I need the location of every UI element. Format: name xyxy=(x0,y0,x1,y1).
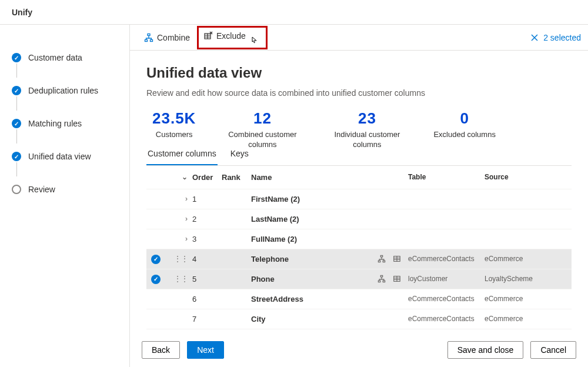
selected-count-label: 2 selected xyxy=(543,33,581,42)
row-checkbox[interactable] xyxy=(151,255,161,264)
table-row[interactable]: ›2LastName (2) xyxy=(146,209,572,229)
hierarchy-icon[interactable] xyxy=(377,255,386,263)
svg-rect-0 xyxy=(148,34,150,35)
nav-review[interactable]: Review xyxy=(12,180,129,199)
cell-order: 7 xyxy=(192,315,222,323)
page-title: Unified data view xyxy=(146,65,572,81)
chevron-right-icon[interactable]: › xyxy=(185,215,188,223)
check-icon xyxy=(12,86,21,95)
svg-rect-10 xyxy=(383,281,385,282)
table-row[interactable]: ⋮⋮5Phone loyCustomerLoyaltyScheme xyxy=(146,269,572,289)
table-icon[interactable] xyxy=(393,255,401,263)
content-area: Combine Exclude 2 selected xyxy=(129,25,588,367)
nav-connector-line xyxy=(16,96,17,111)
svg-rect-4 xyxy=(380,256,383,258)
cell-table: eCommerceContacts xyxy=(408,295,485,303)
cell-name: FirstName (2) xyxy=(251,195,367,203)
svg-rect-5 xyxy=(378,261,380,262)
back-button[interactable]: Back xyxy=(142,341,180,359)
cell-source: eCommerce xyxy=(485,315,543,323)
nav-item-label: Review xyxy=(28,185,55,194)
cell-order: 6 xyxy=(192,295,222,303)
stat-label: Customers xyxy=(152,130,196,140)
nav-deduplication-rules[interactable]: Deduplication rules xyxy=(12,81,129,100)
stat-label: Excluded columns xyxy=(433,130,496,140)
cell-name: StreetAddress xyxy=(251,295,367,303)
cell-name: City xyxy=(251,315,367,323)
clear-selection-button[interactable]: 2 selected xyxy=(530,33,581,42)
drag-handle-icon[interactable]: ⋮⋮ xyxy=(173,277,188,281)
exclude-icon xyxy=(203,31,213,41)
combine-label: Combine xyxy=(157,33,190,42)
cell-table: eCommerceContacts xyxy=(408,315,485,323)
table-row[interactable]: 6StreetAddresseCommerceContactseCommerce xyxy=(146,289,572,309)
cell-table: eCommerceContacts xyxy=(408,255,485,263)
chevron-right-icon[interactable]: › xyxy=(185,235,188,243)
combine-button[interactable]: Combine xyxy=(137,28,197,47)
svg-rect-6 xyxy=(383,261,385,262)
table-row[interactable]: ›3FullName (2) xyxy=(146,229,572,249)
stat-label: Individual customer columns xyxy=(329,130,405,150)
wizard-sidebar: Customer data Deduplication rules Matchi… xyxy=(0,25,129,367)
tab-keys[interactable]: Keys xyxy=(229,143,250,165)
exclude-button[interactable]: Exclude xyxy=(197,26,268,49)
check-icon xyxy=(12,53,21,62)
table-row[interactable]: ›1FirstName (2) xyxy=(146,189,572,209)
cell-name: LastName (2) xyxy=(251,215,367,223)
cell-table: loyCustomer xyxy=(408,275,485,283)
chevron-down-icon[interactable]: ⌄ xyxy=(182,173,188,181)
cell-name: Telephone xyxy=(251,255,367,263)
svg-rect-1 xyxy=(145,39,148,41)
cell-order: 4 xyxy=(192,255,222,263)
next-button[interactable]: Next xyxy=(187,341,224,359)
column-header-source[interactable]: Source xyxy=(485,173,543,181)
chevron-right-icon[interactable]: › xyxy=(185,195,188,203)
nav-item-label: Unified data view xyxy=(28,152,91,161)
table-icon[interactable] xyxy=(393,275,401,283)
stat-value: 0 xyxy=(433,109,496,128)
table-row[interactable]: 7CityeCommerceContactseCommerce xyxy=(146,309,572,329)
nav-item-label: Deduplication rules xyxy=(28,86,98,95)
cell-name: Phone xyxy=(251,275,367,283)
cell-source: eCommerce xyxy=(485,295,543,303)
stat-individual-columns: 23 Individual customer columns xyxy=(323,109,411,150)
cell-order: 1 xyxy=(192,195,222,203)
cell-source: LoyaltyScheme xyxy=(485,275,543,283)
hierarchy-icon[interactable] xyxy=(377,275,386,283)
combine-icon xyxy=(144,33,153,42)
check-icon xyxy=(12,119,21,128)
scrollable-content[interactable]: Unified data view Review and edit how so… xyxy=(130,51,588,332)
nav-customer-data[interactable]: Customer data xyxy=(12,48,129,67)
svg-rect-2 xyxy=(151,39,153,41)
save-and-close-button[interactable]: Save and close xyxy=(447,341,524,359)
exclude-label: Exclude xyxy=(216,31,246,41)
cell-order: 2 xyxy=(192,215,222,223)
column-header-table[interactable]: Table xyxy=(408,173,485,181)
cell-name: FullName (2) xyxy=(251,235,367,243)
column-header-name[interactable]: Name xyxy=(251,173,367,182)
nav-connector-line xyxy=(16,162,17,176)
cancel-button[interactable]: Cancel xyxy=(530,341,576,359)
tab-customer-columns[interactable]: Customer columns xyxy=(146,143,218,165)
pending-circle-icon xyxy=(12,185,21,194)
toolbar: Combine Exclude 2 selected xyxy=(130,25,588,51)
stat-excluded-columns: 0 Excluded columns xyxy=(427,109,502,150)
page-description: Review and edit how source data is combi… xyxy=(146,88,572,98)
row-checkbox[interactable] xyxy=(151,275,161,284)
app-title: Unify xyxy=(12,8,32,17)
nav-item-label: Matching rules xyxy=(28,119,82,128)
nav-matching-rules[interactable]: Matching rules xyxy=(12,114,129,133)
table-body: ›1FirstName (2)›2LastName (2)›3FullName … xyxy=(146,189,572,332)
table-row[interactable]: ⋮⋮4Telephone eCommerceContactseCommerce xyxy=(146,249,572,269)
check-icon xyxy=(12,152,21,161)
stat-value: 12 xyxy=(224,109,300,128)
drag-handle-icon[interactable]: ⋮⋮ xyxy=(173,257,188,261)
column-header-rank[interactable]: Rank xyxy=(222,173,251,182)
nav-unified-data-view[interactable]: Unified data view xyxy=(12,147,129,166)
cell-order: 3 xyxy=(192,235,222,243)
nav-connector-line xyxy=(16,129,17,144)
column-header-order[interactable]: Order xyxy=(192,173,222,182)
stat-value: 23 xyxy=(329,109,405,128)
cell-order: 5 xyxy=(192,275,222,283)
svg-rect-8 xyxy=(380,276,383,278)
